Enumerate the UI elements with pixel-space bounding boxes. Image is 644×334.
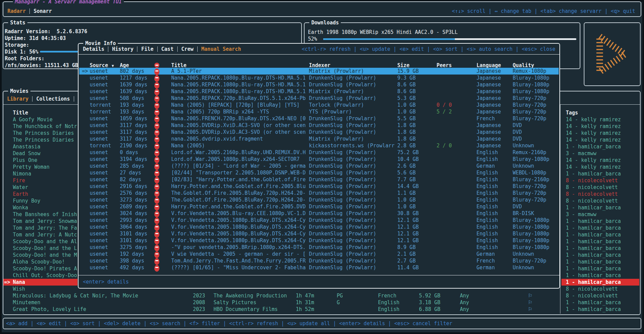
- release-indexer: DrunkenSlug (Prowlarr): [309, 224, 376, 230]
- release-language: English: [476, 237, 498, 244]
- release-row[interactable]: usenet3117 daysNana.2005.DVDRip.XviD.AC3…: [79, 122, 559, 129]
- release-row[interactable]: usenet1639 daysNana.2005.REPACK.1080p.Bl…: [79, 88, 559, 95]
- movie-tag: 1 - hamilcar_barca: [566, 143, 621, 150]
- movie-tag: 1 - hamilcar_barca: [566, 204, 621, 211]
- release-size: 2.7 GB: [397, 257, 416, 264]
- movie-quality-profile: Any: [460, 299, 469, 306]
- rejected-icon: [154, 184, 159, 190]
- release-age: 2576 days: [120, 190, 147, 196]
- release-row[interactable]: usenet2576 daysThe.Goblet.Of.Fire.2005.B…: [79, 190, 559, 196]
- release-row[interactable]: usenet508 daysNana.2005.REPACK.720p.BluR…: [79, 95, 559, 102]
- release-row[interactable]: torrent2190 daysNana (2005)kickasstorren…: [79, 142, 559, 149]
- release-row[interactable]: =>usenet802 daysA 5.1-PTerMiatrix (Prowl…: [79, 68, 559, 75]
- release-row[interactable]: usenet82 days[02/83] "Harry.Potter.and.t…: [79, 176, 559, 183]
- release-row[interactable]: usenet3117 daysNana.2005.DVDRip.XviD.AC3…: [79, 129, 559, 135]
- release-row[interactable]: usenet3275 days-"V pour vendetta.2005.BR…: [79, 244, 559, 251]
- release-indexer: DrunkenSlug (Prowlarr): [309, 210, 376, 217]
- release-indexer: YTS (Prowlarr): [309, 108, 352, 115]
- release-size: 1.0 GB: [397, 203, 416, 210]
- release-age: 398 days: [120, 257, 144, 264]
- release-row[interactable]: usenet192 daysV wie Vendetta - 2005 - ge…: [79, 251, 559, 257]
- release-age: 192 days: [120, 251, 144, 257]
- rejected-icon: [154, 251, 159, 258]
- release-row[interactable]: usenet3194 daysLord.of.War.2005.1080p.Bl…: [79, 156, 559, 163]
- movie-title: Chill Out, Scooby-Doo: [13, 272, 77, 279]
- release-row[interactable]: usenet285 days(????) [01/34] - "Lord of …: [79, 163, 559, 169]
- bottom-bar-panel: <a> add | <e> edit | <o> sort | <del> de…: [3, 318, 641, 329]
- release-row[interactable]: torrent193 daysNana (2005) [REPACK] [720…: [79, 102, 559, 108]
- release-row[interactable]: usenet0 daysLord.of.War.2005.2160p.BluRa…: [79, 149, 559, 156]
- movie-row[interactable]: Miraculous: Ladybug & Cat Noir, The Movi…: [3, 292, 640, 299]
- movie-year: 2023: [193, 306, 205, 313]
- rejected-icon: [154, 238, 159, 245]
- movie-row[interactable]: Great Photo, Lovely Life2023HBO Document…: [3, 306, 640, 313]
- release-indexer: DrunkenSlug (Prowlarr): [309, 244, 376, 251]
- tab-radarr[interactable]: Radarr: [7, 8, 26, 15]
- release-language: English: [476, 149, 498, 156]
- monitored-icon: ⚐: [528, 292, 532, 299]
- release-size: 1.8 GB: [397, 129, 416, 135]
- release-row[interactable]: usenet398 daysTom.And.Jerry.The.Fast.And…: [79, 257, 559, 264]
- release-language: Japanese: [476, 135, 501, 142]
- disk-usage-label: Disk 1: 56%: [5, 48, 38, 55]
- release-row[interactable]: usenet2916 daysHarry.Potter.and.the.Gobl…: [79, 183, 559, 190]
- release-language: English: [476, 230, 498, 237]
- release-peers: 2 / 0: [437, 142, 452, 149]
- release-title: Lord.of.War.2005.1080p.BluRay.x264-SECTO…: [171, 156, 299, 163]
- rejected-icon: [154, 170, 159, 177]
- release-language: Japanese: [476, 95, 501, 102]
- movie-tag: 1 - hamilcar_barca: [566, 170, 621, 177]
- movie-title: Funny Boy: [13, 197, 40, 204]
- release-size: 8.9 GB: [397, 244, 416, 251]
- release-language: English: [476, 176, 498, 183]
- release-row[interactable]: usenet3024 daysV.for.Vendetta.2005.Blu-r…: [79, 210, 559, 217]
- release-source: usenet: [90, 135, 108, 142]
- release-quality: DVD: [513, 135, 522, 142]
- release-quality: WEBDL-1080p: [513, 169, 546, 176]
- movie-title: Miraculous: Ladybug & Cat Noir, The Movi…: [13, 292, 138, 299]
- release-row[interactable]: usenet3064 daysV.for.Vendetta.2005.1080p…: [79, 224, 559, 230]
- release-row[interactable]: torrent193 daysNana (2005) 720p BRRip x2…: [79, 108, 559, 115]
- rejected-icon: [154, 204, 159, 211]
- release-title: Tom.And.Jerry.The.Fast.And.The.Furry.200…: [171, 257, 306, 264]
- movie-tag: 8 - nicolecolvett: [566, 286, 618, 292]
- disk-usage-gauge: [40, 51, 78, 53]
- release-row[interactable]: usenet2689 daysHarry.Potter.and.the.Gobl…: [79, 203, 559, 210]
- movie-row[interactable]: Minutemen2008Salty Pictures1h 31mGEnglis…: [3, 299, 640, 306]
- release-row[interactable]: usenet3101 daysV.for.Vendetta.2005.1080p…: [79, 237, 559, 244]
- release-row[interactable]: usenet1059 daysNana.2005.FRENCH.720p.Blu…: [79, 115, 559, 122]
- movie-tag: 1 - hamilcar_barca: [566, 231, 621, 238]
- release-row[interactable]: usenet1217 daysNana.2005.REPACK.1080p.Bl…: [79, 75, 559, 81]
- movie-runtime: 1h 47m: [296, 292, 314, 299]
- release-quality: Bluray-720p: [513, 183, 546, 190]
- release-row[interactable]: usenet3101 daysV.for.Vendetta.2005.1080p…: [79, 230, 559, 237]
- release-language: French: [476, 257, 495, 264]
- release-language: German: [476, 264, 495, 271]
- release-indexer: DrunkenSlug (Prowlarr): [309, 217, 376, 224]
- rejected-icon: [154, 123, 159, 129]
- movie-tag: 1 - hamilcar_barca: [566, 258, 621, 265]
- rejected-icon: [154, 265, 159, 272]
- movie-title: Scooby-Doo! and the M: [13, 252, 77, 258]
- release-quality: Bluray-1080p: [513, 88, 549, 95]
- release-age: 2190 days: [120, 142, 147, 149]
- release-indexer: Miatrix (Prowlarr): [309, 88, 364, 95]
- release-row[interactable]: usenet2993 daysV.for.Vendetta.2005.1080p…: [79, 217, 559, 224]
- release-language: English: [476, 156, 498, 163]
- release-indexer: DrunkenSlug (Prowlarr): [309, 156, 376, 163]
- release-row[interactable]: usenet3117 daysnana.2005.dvdrip.xvid.fra…: [79, 135, 559, 142]
- release-quality: Bluray-720p: [513, 95, 546, 102]
- release-age: 492 days: [120, 264, 144, 271]
- release-language: German: [476, 251, 495, 257]
- release-row[interactable]: usenet27 days[02/44] "Transporter 2.2005…: [79, 169, 559, 176]
- rejected-icon: [154, 136, 159, 143]
- rejected-icon: [154, 217, 159, 224]
- release-row[interactable]: usenet492 days(????) [01/65] - "Miss Und…: [79, 264, 559, 271]
- release-row[interactable]: usenet3273 daysThe.Goblet.Of.Fire.2005.B…: [79, 196, 559, 203]
- rejected-icon: [154, 258, 159, 265]
- tab-sonarr[interactable]: Sonarr: [34, 8, 52, 15]
- movie-tag: 8 - nicolecolvett: [566, 177, 618, 184]
- header-panel: Managarr - A Servarr management TUI Rada…: [3, 1, 641, 17]
- release-row[interactable]: usenet1639 daysNana.2005.REPACK.1080p.Bl…: [79, 81, 559, 88]
- movie-title: Wonka: [13, 204, 28, 211]
